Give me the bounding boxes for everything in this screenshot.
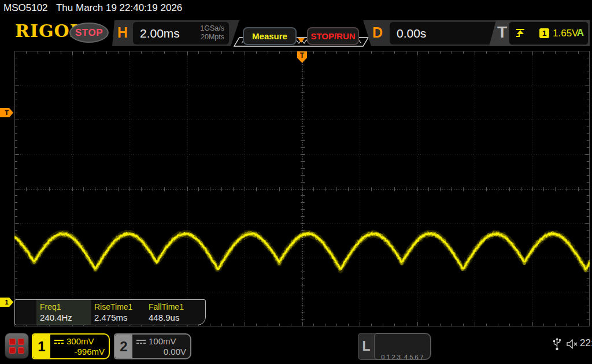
speaker-muted-icon — [567, 339, 579, 349]
top-info-bar: MSO5102 Thu March 19 22:40:19 2026 — [0, 0, 592, 17]
channel2-scale: 100mV — [149, 336, 176, 347]
trigger-panel[interactable]: T 1 1.65V A — [489, 20, 590, 46]
trigger-source-badge: 1 — [539, 28, 549, 38]
channel2-values: 100mV 0.00V — [132, 335, 190, 358]
trigger-level-value: 1.65V — [553, 28, 578, 39]
model-name: MSO5102 — [3, 2, 48, 13]
measurement-value: 2.475ms — [94, 312, 145, 323]
memory-depth: 20Mpts — [200, 33, 224, 42]
header-bar: RIGOL STOP H 2.00ms 1GSa/s 20Mpts Measur… — [0, 17, 592, 47]
delay-value: 0.00s — [397, 27, 426, 40]
digital-key: L — [358, 333, 374, 359]
digital-channels-block[interactable]: L 0 1 2 3 4 5 6 7 8 9 1011 12131415 — [358, 333, 431, 360]
measure-button[interactable]: Measure — [243, 27, 297, 45]
trigger-edge-icon — [515, 27, 526, 39]
sample-rate: 1GSa/s — [200, 24, 224, 33]
acquisition-info: 1GSa/s 20Mpts — [200, 24, 224, 42]
horizontal-inner: 2.00ms 1GSa/s 20Mpts — [133, 22, 229, 44]
measurement-item-falltime[interactable]: FallTime1 448.9us — [145, 300, 199, 325]
delay-key: D — [372, 24, 383, 41]
channel1-ground-marker[interactable]: 1 — [0, 298, 13, 307]
horizontal-key: H — [117, 24, 128, 41]
menu-grid-button[interactable] — [5, 333, 29, 359]
channel1-scale: 300mV — [66, 336, 94, 347]
clock: 22:40 — [580, 337, 592, 349]
trigger-inner: 1 1.65V A — [509, 21, 589, 45]
trigger-key: T — [497, 23, 507, 42]
measurement-label: RiseTime1 — [94, 302, 145, 312]
trigger-level-marker[interactable]: T — [0, 108, 13, 117]
grid-square — [18, 347, 24, 354]
channel1-offset: -996mV — [54, 347, 105, 357]
measurement-value: 448.9us — [149, 312, 199, 323]
measurement-item-freq[interactable]: Freq1 240.4Hz — [36, 300, 91, 325]
grid-square — [18, 339, 24, 345]
channel2-block[interactable]: 2 100mV 0.00V — [114, 333, 191, 359]
measurement-label: Freq1 — [40, 302, 91, 312]
horizontal-panel[interactable]: H 2.00ms 1GSa/s 20Mpts — [112, 20, 239, 46]
channel1-values: 300mV -996mV — [50, 335, 109, 358]
graticule-canvas[interactable] — [14, 51, 590, 326]
channel1-number: 1 — [33, 335, 50, 358]
digital-channel-list: 0 1 2 3 4 5 6 7 8 9 1011 12131415 — [374, 333, 431, 359]
dc-coupling-icon — [54, 339, 64, 345]
digital-row1: 0 1 2 3 4 5 6 7 — [375, 354, 430, 361]
measurement-results-box: Freq1 240.4Hz RiseTime1 2.475ms FallTime… — [14, 299, 206, 325]
datetime: Thu March 19 22:40:19 2026 — [56, 2, 182, 13]
channel2-number: 2 — [115, 335, 132, 358]
run-state-badge: STOP — [69, 23, 109, 43]
measurement-value: 240.4Hz — [40, 312, 91, 323]
measurement-label: FallTime1 — [149, 302, 199, 312]
trigger-mode: A — [577, 27, 584, 39]
grid-square — [9, 347, 16, 354]
usb-icon — [553, 337, 561, 351]
measurement-box-spacer — [15, 300, 36, 325]
channel1-block[interactable]: 1 300mV -996mV — [32, 333, 110, 359]
dc-coupling-icon — [136, 339, 146, 345]
stop-run-button[interactable]: STOP/RUN — [307, 27, 359, 45]
channel2-offset: 0.00V — [136, 347, 186, 357]
grid-square — [9, 339, 16, 345]
bottom-status-bar: 1 300mV -996mV 2 100mV 0.00V — [0, 329, 592, 364]
measurement-item-risetime[interactable]: RiseTime1 2.475ms — [91, 300, 145, 325]
timebase-value: 2.00ms — [140, 27, 180, 40]
